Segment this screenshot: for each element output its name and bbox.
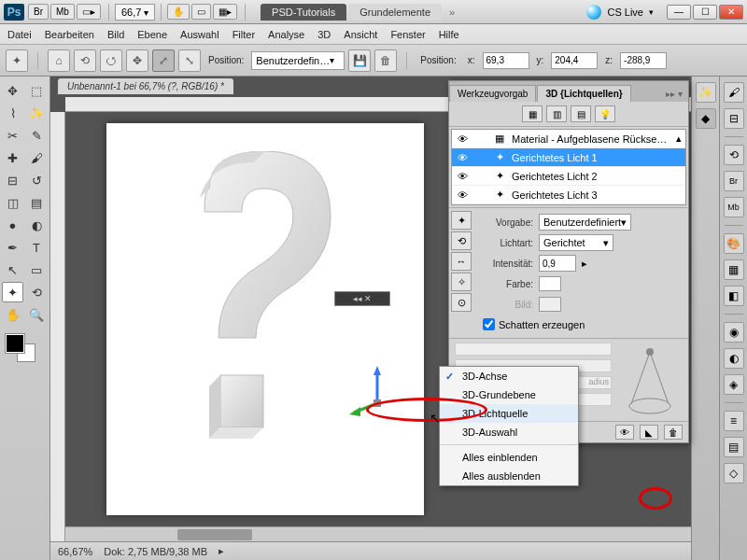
intensity-input[interactable] <box>539 255 576 272</box>
3d-scene-list[interactable]: 👁 ▦Material - Aufgeblasene Rückse…▴ 👁 ✦G… <box>451 129 686 205</box>
mask-panel-icon[interactable]: ◈ <box>724 374 744 395</box>
menu-item[interactable]: Auswahl <box>180 29 219 40</box>
lasso-tool[interactable]: ⌇ <box>2 103 23 123</box>
eraser-tool[interactable]: ◫ <box>2 192 23 213</box>
list-item[interactable]: 👁 ✦Gerichtetes Licht 3 <box>452 186 685 204</box>
3d-scale-icon[interactable]: ⤡ <box>178 49 201 72</box>
gradient-tool[interactable]: ▤ <box>26 192 48 213</box>
panel-collapse-icon[interactable]: ▸▸ ▾ <box>660 86 688 102</box>
3d-rotate-tool[interactable]: ✦ <box>2 282 23 302</box>
list-item[interactable]: 👁 ✦Gerichtetes Licht 1 <box>452 148 685 167</box>
menu-item[interactable]: Datei <box>7 29 32 40</box>
paths-panel-icon[interactable]: ◇ <box>724 463 744 483</box>
toggle-overlay-icon[interactable]: 👁 <box>615 425 634 440</box>
clone-panel-icon[interactable]: ⊟ <box>724 108 744 129</box>
type-tool[interactable]: T <box>26 237 48 258</box>
marquee-tool[interactable]: ⬚ <box>26 80 48 101</box>
shadow-checkbox[interactable] <box>483 318 495 330</box>
3d-tool-icon[interactable]: ✦ <box>6 49 28 72</box>
layers-panel-icon[interactable]: ≡ <box>724 411 744 431</box>
wand-tool[interactable]: ✨ <box>26 103 48 123</box>
hand-tool[interactable]: ✋ <box>2 304 23 325</box>
path-tool[interactable]: ↖ <box>2 259 23 280</box>
ctx-3d-auswahl[interactable]: 3D-Auswahl <box>440 423 578 441</box>
color-swatches[interactable] <box>2 332 48 364</box>
ctx-alles-ausblenden[interactable]: Alles ausblenden <box>440 467 578 485</box>
light-cone-preview[interactable] <box>617 343 683 417</box>
heal-tool[interactable]: ✚ <box>2 147 23 168</box>
3d-slide-icon[interactable]: ⤢ <box>152 49 175 72</box>
styles-panel-icon[interactable]: ◧ <box>724 286 744 306</box>
light-type-dropdown[interactable]: Gerichtet▾ <box>539 234 613 251</box>
filter-lights-icon[interactable]: 💡 <box>595 105 615 122</box>
ctx-3d-lichtquelle[interactable]: 3D-Lichtquelle <box>440 404 578 423</box>
tool-presets-tab[interactable]: Werkzeugvorgab <box>449 85 536 102</box>
delete-light-icon[interactable]: 🗑 <box>664 425 683 440</box>
document-tab[interactable]: Unbenannt-1 bei 66,7% (?, RGB/16) * <box>58 78 233 94</box>
3d-roll-icon[interactable]: ⭯ <box>100 49 122 72</box>
3d-panel-icon[interactable]: ◆ <box>696 108 716 129</box>
brush-panel-icon[interactable]: 🖌 <box>724 82 744 103</box>
wand-panel-icon[interactable]: ✨ <box>696 82 716 103</box>
menu-item[interactable]: Bild <box>107 29 124 40</box>
ctx-3d-achse[interactable]: ✓3D-Achse <box>440 367 578 385</box>
x-input[interactable] <box>483 52 529 69</box>
ctx-alles-einblenden[interactable]: Alles einblenden <box>440 448 578 467</box>
view-icon[interactable]: ▭ <box>191 4 211 20</box>
3d-widget-handle[interactable]: ◂◂✕ <box>334 291 390 306</box>
menu-item[interactable]: Filter <box>233 29 255 40</box>
light-slide-icon[interactable]: ↔ <box>451 252 472 271</box>
pen-tool[interactable]: ✒ <box>2 237 23 258</box>
maximize-button[interactable]: ☐ <box>693 5 717 20</box>
3d-lights-tab[interactable]: 3D {Lichtquellen} <box>537 85 630 102</box>
swatches-panel-icon[interactable]: ▦ <box>724 259 744 280</box>
light-home-icon[interactable]: ⊙ <box>451 293 472 312</box>
menu-item[interactable]: 3D <box>317 29 331 40</box>
list-item[interactable]: 👁 ✦Gerichtetes Licht 2 <box>452 167 685 186</box>
menu-item[interactable]: Bearbeiten <box>45 29 94 40</box>
menu-item[interactable]: Ansicht <box>344 29 377 40</box>
close-button[interactable]: ✕ <box>719 5 743 20</box>
minimize-button[interactable]: — <box>667 5 691 20</box>
3d-question-mark[interactable]: ◂◂✕ <box>153 151 359 450</box>
bridge-button[interactable]: Br <box>28 4 49 20</box>
menu-item[interactable]: Analyse <box>268 29 304 40</box>
3d-pan-icon[interactable]: ✥ <box>126 49 148 72</box>
3d-orbit-tool[interactable]: ⟲ <box>26 282 48 302</box>
hand-icon[interactable]: ✋ <box>167 4 190 20</box>
mb-panel-icon[interactable]: Mb <box>724 197 744 217</box>
menu-item[interactable]: Fenster <box>390 29 425 40</box>
move-tool[interactable]: ✥ <box>2 80 23 101</box>
canvas[interactable]: ◂◂✕ <box>106 123 424 515</box>
visibility-icon[interactable]: 👁 <box>456 170 469 183</box>
visibility-icon[interactable]: 👁 <box>456 133 469 146</box>
preset-dropdown[interactable]: Benutzerdefiniert▾ <box>539 214 631 231</box>
filter-materials-icon[interactable]: ▤ <box>571 105 591 122</box>
chevron-right-icon[interactable]: » <box>449 7 455 18</box>
light-pan-icon[interactable]: ⟲ <box>451 231 472 250</box>
light-point-icon[interactable]: ✧ <box>451 273 472 291</box>
position-preset-dropdown[interactable]: Benutzerdefin… ▾ <box>251 51 345 70</box>
crop-tool[interactable]: ✂ <box>2 125 23 146</box>
dodge-tool[interactable]: ◐ <box>26 215 48 235</box>
cslive-label[interactable]: CS Live <box>607 7 643 18</box>
history-panel-icon[interactable]: ⟲ <box>724 145 744 165</box>
nav-panel-icon[interactable]: ◉ <box>724 322 744 343</box>
visibility-icon[interactable]: 👁 <box>456 189 469 202</box>
screen-mode-icon[interactable]: ▦▸ <box>213 4 237 20</box>
list-item[interactable]: 👁 ▦Material - Aufgeblasene Rückse…▴ <box>452 130 685 148</box>
color-swatch[interactable] <box>539 276 561 291</box>
workspace-tab[interactable]: PSD-Tutorials <box>261 4 346 21</box>
channels-panel-icon[interactable]: ▤ <box>724 437 744 457</box>
visibility-icon[interactable]: 👁 <box>456 151 469 164</box>
shape-tool[interactable]: ▭ <box>26 259 48 280</box>
arrange-button[interactable]: ▭▸ <box>77 4 101 20</box>
zoom-dropdown[interactable]: 66,7 ▾ <box>115 4 155 21</box>
trash-icon[interactable]: 🗑 <box>374 49 397 72</box>
y-input[interactable] <box>551 52 598 69</box>
ctx-3d-grundebene[interactable]: 3D-Grundebene <box>440 385 578 404</box>
brush-tool[interactable]: 🖌 <box>26 147 48 168</box>
blur-tool[interactable]: ● <box>2 215 23 235</box>
адj-panel-icon[interactable]: ◐ <box>724 348 744 369</box>
3d-axis-widget[interactable] <box>349 366 405 422</box>
